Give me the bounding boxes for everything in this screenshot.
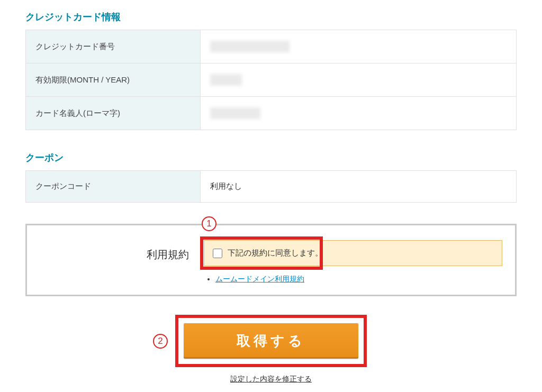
expiry-value: xx xx: [201, 63, 517, 97]
terms-content: 下記の規約に同意します。 ムームードメイン利用規約: [204, 240, 502, 284]
card-number-label: クレジットカード番号: [26, 30, 201, 63]
table-row: クレジットカード番号 xxxx xxxx xxxx: [26, 30, 517, 63]
agree-box: 下記の規約に同意します。: [204, 240, 502, 266]
terms-link-item: ムームードメイン利用規約: [215, 275, 502, 284]
blurred-cardholder: xxxx xxxx: [210, 107, 260, 119]
terms-link-row: ムームードメイン利用規約: [204, 275, 502, 284]
coupon-code-value: 利用なし: [201, 171, 517, 203]
terms-label: 利用規約: [40, 240, 204, 262]
terms-row: 利用規約 下記の規約に同意します。 ムームードメイン利用規約: [40, 240, 502, 284]
annotation-step-2: 2: [153, 334, 168, 349]
coupon-code-label: クーポンコード: [26, 171, 201, 203]
credit-card-table: クレジットカード番号 xxxx xxxx xxxx 有効期限(MONTH / Y…: [25, 30, 517, 130]
submit-section: 2 取得する 設定した内容を修正する: [25, 315, 517, 384]
annotation-step-1: 1: [202, 216, 216, 231]
terms-section: 1 利用規約 下記の規約に同意します。 ムームードメイン利用規約: [25, 224, 517, 296]
terms-of-use-link[interactable]: ムームードメイン利用規約: [215, 275, 304, 283]
coupon-title: クーポン: [25, 151, 517, 164]
blurred-expiry: xx xx: [210, 74, 242, 86]
cardholder-value: xxxx xxxx: [201, 97, 517, 130]
coupon-table: クーポンコード 利用なし: [25, 170, 517, 203]
coupon-section: クーポン クーポンコード 利用なし: [25, 151, 517, 203]
expiry-label: 有効期限(MONTH / YEAR): [26, 63, 201, 97]
card-number-value: xxxx xxxx xxxx: [201, 30, 517, 63]
table-row: 有効期限(MONTH / YEAR) xx xx: [26, 63, 517, 97]
table-row: クーポンコード 利用なし: [26, 171, 517, 203]
blurred-card-number: xxxx xxxx xxxx: [210, 41, 290, 52]
credit-card-section: クレジットカード情報 クレジットカード番号 xxxx xxxx xxxx 有効期…: [25, 11, 517, 130]
submit-highlight-border: 2 取得する: [175, 315, 367, 367]
table-row: カード名義人(ローマ字) xxxx xxxx: [26, 97, 517, 130]
agree-text: 下記の規約に同意します。: [228, 248, 323, 258]
edit-settings-link[interactable]: 設定した内容を修正する: [25, 375, 517, 384]
annotation-step-2-wrap: 2: [153, 334, 168, 349]
acquire-button[interactable]: 取得する: [184, 323, 358, 359]
cardholder-label: カード名義人(ローマ字): [26, 97, 201, 130]
credit-card-title: クレジットカード情報: [25, 11, 517, 23]
agree-checkbox[interactable]: [213, 249, 222, 258]
